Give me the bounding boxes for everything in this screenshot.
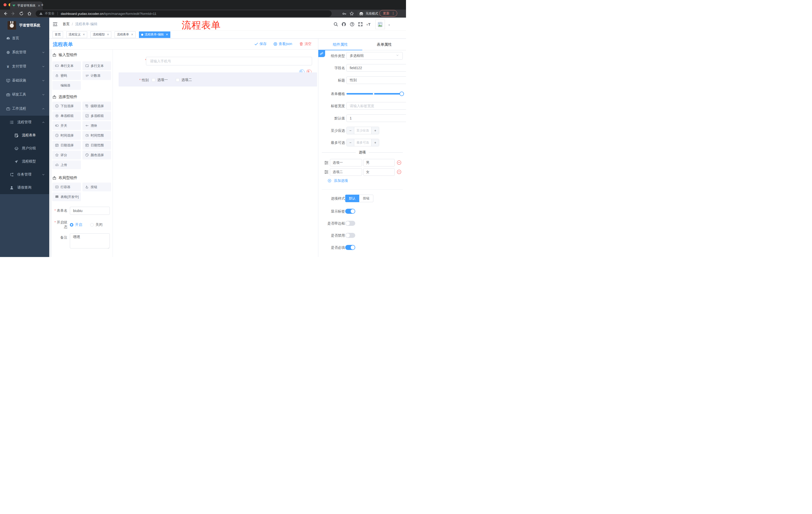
status-radio-on[interactable]: 开启 [70, 222, 82, 227]
sidebar-item-工作流程[interactable]: 工作流程 [0, 102, 49, 116]
palette-item-多行文本[interactable]: 多行文本 [82, 61, 111, 70]
sidebar-item-基础设施[interactable]: 基础设施 [0, 74, 49, 87]
palette-item-单选框组[interactable]: 单选框组 [52, 111, 81, 120]
plus-button[interactable]: + [372, 127, 379, 134]
tag-close-icon[interactable]: ✕ [166, 33, 168, 36]
tag-流程表单[interactable]: 流程表单✕ [115, 31, 136, 38]
toggle-是否必填[interactable] [345, 245, 355, 250]
sidebar-item-用户分组[interactable]: 用户分组 [0, 142, 49, 155]
address-bar[interactable]: 不安全 dashboard.yudao.iocoder.cn/bpm/manag… [36, 10, 331, 17]
checkbox-icon[interactable] [176, 78, 179, 82]
sidebar-item-首页[interactable]: 首页 [0, 31, 49, 45]
back-icon[interactable] [3, 11, 7, 16]
minus-button[interactable]: − [347, 127, 354, 134]
form-name-input[interactable] [70, 207, 110, 215]
field-name-input[interactable] [346, 64, 406, 72]
phone-field-input[interactable] [146, 57, 312, 65]
gender-option-1[interactable]: 选项一 [152, 78, 168, 82]
label-width-input[interactable] [346, 102, 406, 110]
palette-item-表格[开发中][interactable]: 表格[开发中] [52, 192, 81, 201]
tag-首页[interactable]: 首页 [53, 31, 63, 38]
add-option-button[interactable]: 添加选项 [328, 179, 348, 183]
breadcrumb-home[interactable]: 首页 [63, 22, 69, 26]
home-icon[interactable] [27, 11, 32, 16]
avatar-caret-icon[interactable] [388, 24, 390, 26]
option-label-input[interactable] [330, 159, 362, 166]
tag-流程表单-编辑[interactable]: 流程表单-编辑✕ [139, 31, 170, 38]
minus-button[interactable]: − [347, 139, 354, 146]
tag-流程模型[interactable]: 流程模型✕ [90, 31, 111, 38]
slider-thumb[interactable] [400, 91, 404, 96]
bookmark-star-icon[interactable] [349, 11, 354, 16]
palette-item-时间选择[interactable]: 时间选择 [52, 131, 81, 140]
sidebar-item-流程管理[interactable]: 流程管理 [0, 116, 49, 129]
remove-option-icon[interactable] [397, 160, 402, 165]
palette-item-评分[interactable]: 评分 [52, 151, 81, 159]
avatar[interactable] [375, 20, 385, 29]
sidebar-item-流程表单[interactable]: 流程表单 [0, 129, 49, 142]
form-canvas[interactable]: *手机号 *性别 选项一 选项二 [113, 50, 318, 257]
palette-item-多选框组[interactable]: 多选框组 [82, 111, 111, 120]
palette-item-行容器[interactable]: 行容器 [52, 183, 81, 191]
palette-item-滑块[interactable]: 滑块 [82, 121, 111, 130]
search-icon[interactable] [334, 22, 338, 27]
grid-slider[interactable] [346, 93, 402, 94]
resize-handle-icon[interactable] [107, 247, 109, 249]
window-close-button[interactable] [3, 3, 6, 6]
drag-handle-icon[interactable] [324, 170, 329, 174]
palette-item-颜色选择[interactable]: 颜色选择 [82, 151, 111, 159]
toggle-是否禁用[interactable] [345, 233, 355, 238]
palette-item-上传[interactable]: 上传 [52, 160, 81, 169]
palette-item-级联选择[interactable]: 级联选择 [82, 102, 111, 110]
option-value-input[interactable] [363, 168, 395, 176]
remark-textarea[interactable]: 嘿嘿 [70, 233, 110, 248]
selected-component-gender[interactable]: *性别 选项一 选项二 [119, 73, 317, 86]
palette-item-时间范围[interactable]: 时间范围 [82, 131, 111, 140]
title-input[interactable] [346, 77, 406, 84]
reload-icon[interactable] [19, 11, 24, 16]
option-value-input[interactable] [363, 159, 395, 166]
sidebar-item-研发工具[interactable]: 研发工具 [0, 87, 49, 102]
sidebar-item-流程模型[interactable]: 流程模型 [0, 155, 49, 168]
sidebar-item-任务管理[interactable]: 任务管理 [0, 168, 49, 181]
hamburger-icon[interactable] [53, 22, 58, 27]
palette-item-下拉选择[interactable]: 下拉选择 [52, 102, 81, 110]
component-type-select[interactable]: 多选框组 [346, 52, 403, 60]
max-select-input[interactable] [354, 139, 372, 146]
option-label-input[interactable] [330, 168, 362, 176]
remove-option-icon[interactable] [397, 169, 402, 174]
browser-tab[interactable]: 芋道管理系统 ✕ [10, 1, 43, 9]
tab-component-props[interactable]: 组件属性 [318, 39, 362, 50]
fullscreen-icon[interactable] [358, 22, 363, 27]
tab-close-icon[interactable]: ✕ [38, 4, 40, 7]
checkbox-icon[interactable] [152, 78, 155, 82]
menu-dots-icon[interactable] [392, 11, 395, 15]
forward-icon[interactable] [11, 11, 16, 16]
palette-item-计数器[interactable]: 123计数器 [82, 71, 111, 80]
new-tab-button[interactable]: + [41, 2, 44, 8]
key-icon[interactable] [342, 11, 346, 16]
palette-item-日期选择[interactable]: 日期选择 [52, 141, 81, 150]
update-button[interactable]: 更新 [379, 10, 397, 17]
save-button[interactable]: 保存 [254, 42, 266, 46]
tag-close-icon[interactable]: ✕ [131, 33, 133, 36]
palette-item-开关[interactable]: 开关 [52, 121, 81, 130]
default-value-input[interactable] [346, 114, 406, 122]
style-option-默认[interactable]: 默认 [345, 195, 359, 202]
status-radio-off[interactable]: 关闭 [90, 222, 103, 227]
font-size-icon[interactable]: TT [366, 22, 371, 27]
help-icon[interactable] [350, 22, 354, 27]
palette-item-密码[interactable]: 密码 [52, 71, 81, 80]
tag-close-icon[interactable]: ✕ [107, 33, 109, 36]
sidebar-item-支付管理[interactable]: ¥支付管理 [0, 59, 49, 74]
toggle-显示标签[interactable] [345, 209, 355, 214]
min-select-input[interactable] [354, 127, 372, 134]
sidebar-item-请假查询[interactable]: 请假查询 [0, 181, 49, 194]
tab-form-props[interactable]: 表单属性 [362, 39, 406, 50]
tag-流程定义[interactable]: 流程定义✕ [66, 31, 87, 38]
gender-option-2[interactable]: 选项二 [176, 78, 192, 82]
palette-item-编辑器[interactable]: 编辑器 [52, 81, 81, 90]
palette-item-日期范围[interactable]: 日期范围 [82, 141, 111, 150]
palette-item-单行文本[interactable]: 单行文本 [52, 61, 81, 70]
tag-close-icon[interactable]: ✕ [83, 33, 85, 36]
